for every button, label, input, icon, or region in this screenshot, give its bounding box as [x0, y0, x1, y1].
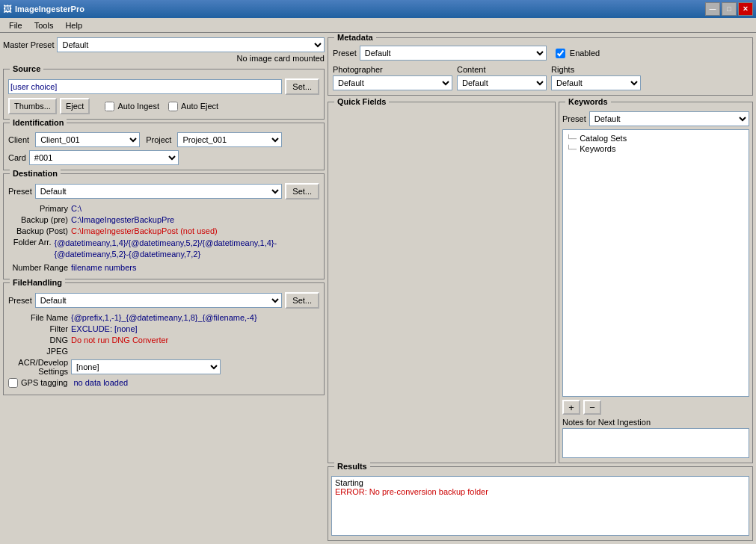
app-title: ImageIngesterPro [15, 4, 84, 13]
notes-area: Notes for Next Ingestion [562, 418, 749, 460]
menu-bar: File Tools Help [0, 18, 756, 33]
master-preset-label: Master Preset [3, 40, 54, 49]
fh-filter-label: Filter [8, 324, 68, 333]
metadata-group: Metadata Preset Default Enabled Photogra… [328, 37, 753, 96]
keywords-preset-select[interactable]: Default [589, 111, 749, 126]
title-bar-controls: — □ ✕ [705, 2, 753, 16]
dest-preset-label: Preset [8, 187, 32, 196]
tree-item-keywords[interactable]: └─ Keywords [566, 143, 746, 154]
fh-set-button[interactable]: Set... [285, 292, 319, 309]
fh-acr-select[interactable]: [none] [71, 359, 221, 374]
dest-preset-select[interactable]: Default [35, 184, 283, 199]
keywords-tree: └─ Catalog Sets └─ Keywords [562, 129, 749, 397]
dest-backup-post-value: C:\ImageIngesterBackupPost (not used) [71, 226, 218, 235]
quick-fields-group: Quick Fields [328, 102, 556, 463]
dest-backup-pre-label: Backup (pre) [8, 215, 68, 224]
middle-right-area: Quick Fields Keywords Preset Default └─ … [328, 102, 753, 463]
keywords-title: Keywords [565, 97, 611, 106]
remove-keyword-button[interactable]: − [583, 400, 601, 415]
source-input[interactable] [8, 79, 282, 94]
auto-ingest-checkbox[interactable] [105, 102, 114, 111]
tree-label-keywords: Keywords [580, 144, 615, 153]
fh-preset-select[interactable]: Default [35, 293, 283, 308]
no-card-text: No image card mounted [3, 54, 325, 63]
notes-label: Notes for Next Ingestion [562, 418, 749, 427]
minimize-button[interactable]: — [705, 2, 720, 16]
dest-number-range-label: Number Range [8, 263, 68, 272]
keywords-group: Keywords Preset Default └─ Catalog Sets … [559, 102, 753, 463]
add-keyword-button[interactable]: + [562, 400, 580, 415]
left-panel: Master Preset Default No image card moun… [3, 36, 325, 541]
app-icon: 🖼 [3, 4, 12, 14]
photographer-label: Photographer [333, 65, 452, 74]
fh-dng-label: DNG [8, 336, 68, 344]
dest-backup-post-label: Backup (Post) [8, 226, 68, 235]
menu-tools[interactable]: Tools [28, 19, 60, 31]
destination-group: Destination Preset Default Set... Primar… [3, 173, 325, 279]
card-label: Card [8, 153, 26, 162]
fh-filename-label: File Name [8, 313, 68, 322]
master-preset-select[interactable]: Default [57, 37, 325, 52]
photographer-select[interactable]: Default [333, 75, 452, 90]
source-set-button[interactable]: Set... [285, 78, 319, 95]
notes-textarea[interactable] [562, 428, 749, 458]
title-bar-left: 🖼 ImageIngesterPro [3, 4, 84, 14]
keywords-preset-label: Preset [562, 114, 586, 123]
dest-folder-arr-label: Folder Arr. [8, 238, 51, 247]
fh-dng-value: Do not run DNG Converter [71, 336, 168, 344]
destination-title: Destination [10, 169, 61, 178]
content-select[interactable]: Default [457, 75, 547, 90]
results-content: Starting ERROR: No pre-conversion backup… [331, 476, 749, 536]
identification-title: Identification [10, 118, 67, 127]
client-select[interactable]: Client_001 [35, 132, 140, 147]
gps-value: no data loaded [73, 378, 128, 387]
gps-label: GPS tagging [8, 378, 67, 388]
dest-number-range-value: filename numbers [71, 263, 136, 272]
tree-icon-keywords: └─ [566, 145, 577, 153]
dest-backup-pre-value: C:\ImageIngesterBackupPre [71, 215, 174, 224]
fh-preset-label: Preset [8, 296, 32, 305]
fh-filename-value: {@prefix,1,-1}_{@datetimeany,1,8}_{@file… [71, 313, 257, 322]
client-label: Client [8, 135, 29, 144]
master-preset-area: Master Preset Default No image card moun… [3, 36, 325, 66]
fh-filter-value: EXCLUDE: [none] [71, 324, 138, 333]
dest-primary-label: Primary [8, 204, 68, 213]
rights-select[interactable]: Default [551, 75, 641, 90]
tree-item-catalog-sets[interactable]: └─ Catalog Sets [566, 133, 746, 143]
fh-acr-label: ACR/Develop Settings [8, 358, 68, 376]
dest-folder-arr-value: {@datetimeany,1,4}/{@datetimeany,5,2}/{@… [54, 238, 319, 261]
results-line-1: ERROR: No pre-conversion backup folder [335, 487, 746, 496]
metadata-enabled-checkbox[interactable] [556, 49, 565, 58]
project-label: Project [146, 135, 171, 144]
menu-help[interactable]: Help [59, 19, 88, 31]
auto-ingest-label: Auto Ingest [105, 102, 159, 111]
metadata-enabled-label: Enabled [570, 49, 600, 58]
file-handling-group: FileHandling Preset Default Set... File … [3, 282, 325, 395]
tree-icon-catalog: └─ [566, 135, 577, 143]
content-label: Content [457, 65, 547, 74]
thumbs-button[interactable]: Thumbs... [8, 98, 57, 114]
metadata-title: Metadata [334, 33, 376, 42]
close-button[interactable]: ✕ [738, 2, 753, 16]
project-select[interactable]: Project_001 [177, 132, 282, 147]
auto-eject-label: Auto Eject [168, 102, 218, 111]
dest-set-button[interactable]: Set... [285, 183, 319, 200]
quick-fields-title: Quick Fields [334, 97, 389, 106]
gps-checkbox[interactable] [8, 378, 18, 388]
identification-group: Identification Client Client_001 Project… [3, 123, 325, 170]
meta-preset-label: Preset [333, 49, 357, 58]
tree-label-catalog: Catalog Sets [580, 134, 627, 143]
menu-file[interactable]: File [3, 19, 28, 31]
right-panel: Insert card or connect camera Cards... S… [328, 36, 753, 541]
results-group: Results Starting ERROR: No pre-conversio… [328, 466, 753, 541]
file-handling-title: FileHandling [10, 278, 65, 287]
fh-jpeg-label: JPEG [8, 347, 68, 356]
auto-eject-checkbox[interactable] [168, 102, 178, 111]
source-title: Source [10, 64, 43, 73]
card-select[interactable]: #001 [29, 150, 179, 165]
results-line-0: Starting [335, 478, 746, 487]
meta-preset-select[interactable]: Default [360, 46, 547, 61]
results-title: Results [334, 462, 370, 471]
maximize-button[interactable]: □ [722, 2, 737, 16]
eject-button[interactable]: Eject [60, 98, 90, 114]
